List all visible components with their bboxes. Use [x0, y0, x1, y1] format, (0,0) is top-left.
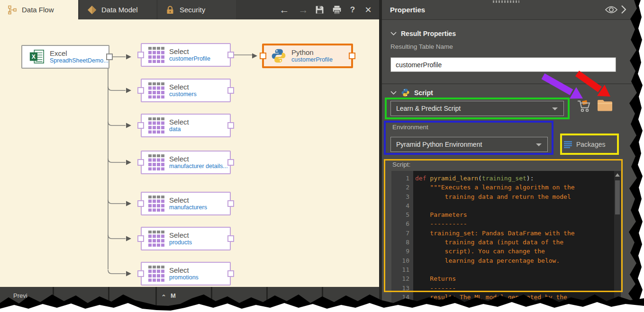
output-port[interactable]: [227, 159, 234, 166]
back-arrow-icon[interactable]: ←: [277, 0, 291, 19]
eye-icon[interactable]: [605, 5, 618, 15]
environment-dropdown[interactable]: Pyramid Python Environment: [390, 137, 548, 152]
save-icon[interactable]: [312, 0, 327, 19]
code-line: 4: [391, 201, 614, 210]
node-text: Python customerProfile: [291, 48, 333, 63]
node-subtitle: products: [169, 239, 192, 246]
packages-button[interactable]: Packages: [564, 137, 617, 152]
input-port[interactable]: [137, 52, 144, 58]
output-port[interactable]: [227, 270, 234, 277]
code-line: 9 script). You can change the: [391, 247, 614, 256]
code-line: 7 training_set: Pandas DataFrame with th…: [391, 229, 614, 238]
tab-label: Data Flow: [22, 6, 54, 14]
code-line: 12 Returns: [391, 274, 614, 283]
bottom-bar-divider: [108, 287, 109, 312]
input-port[interactable]: [260, 53, 266, 59]
scroll-up-arrow-icon[interactable]: [615, 173, 620, 177]
help-icon[interactable]: ?: [346, 0, 359, 19]
drag-handle-dots[interactable]: [493, 0, 519, 3]
data-model-icon: [87, 5, 97, 15]
chevron-down-icon: [390, 91, 397, 95]
result-properties-section-header[interactable]: Result Properties: [390, 30, 456, 37]
python-icon: [401, 88, 410, 97]
output-port[interactable]: [227, 87, 234, 94]
scrollbar-thumb[interactable]: [615, 180, 620, 214]
node-python-customerprofile[interactable]: Python customerProfile: [262, 44, 353, 68]
open-folder-icon[interactable]: [596, 97, 614, 113]
tab-label: Security: [180, 6, 205, 14]
node-text: Select data: [169, 118, 189, 133]
output-port[interactable]: [349, 53, 355, 59]
excel-icon: [29, 49, 45, 65]
chevron-right-icon[interactable]: [620, 4, 627, 15]
bottom-bar-divider: [155, 287, 157, 312]
input-port[interactable]: [137, 235, 144, 242]
output-port[interactable]: [106, 53, 113, 60]
node-text: Select products: [169, 231, 192, 246]
data-flow-canvas[interactable]: Excel SpreadhSheetDemo... Select custome…: [0, 19, 382, 287]
script-section-header[interactable]: Script: [390, 88, 433, 97]
select-grid-icon: [148, 47, 164, 63]
bottom-tab-label-fragment[interactable]: M: [171, 292, 176, 299]
node-select-customerprofile[interactable]: Select customerProfile: [141, 43, 231, 67]
panel-title: Properties: [390, 6, 425, 14]
node-select-manufacturer-details[interactable]: Select manufacturer details...: [141, 151, 231, 174]
input-port[interactable]: [137, 270, 144, 277]
resulting-table-name-label: Resulting Table Name: [390, 43, 453, 50]
bottom-bar-divider: [53, 287, 54, 312]
node-select-customers[interactable]: Select customers: [141, 79, 231, 102]
select-grid-icon: [148, 231, 164, 247]
node-subtitle: manufacturer details...: [169, 163, 228, 170]
node-subtitle: customerProfile: [169, 55, 210, 62]
select-grid-icon: [148, 82, 164, 98]
node-select-manufacturers[interactable]: Select manufacturers: [141, 192, 231, 215]
resulting-table-name-input[interactable]: [390, 57, 616, 72]
node-text: Select customers: [169, 83, 197, 98]
output-port[interactable]: [227, 122, 234, 129]
tab-label: Data Model: [101, 6, 138, 14]
tab-data-model[interactable]: Data Model: [80, 0, 156, 19]
node-text: Select promotions: [169, 266, 199, 281]
input-port[interactable]: [137, 200, 144, 207]
close-icon[interactable]: ✕: [361, 0, 375, 19]
collapse-chevron-icon[interactable]: ⌃: [161, 294, 166, 301]
node-select-data[interactable]: Select data: [141, 114, 231, 137]
script-type-dropdown[interactable]: Learn & Predict Script: [390, 101, 564, 116]
section-divider: [382, 83, 644, 84]
bottom-tab-label-fragment[interactable]: Previ: [13, 292, 27, 299]
code-line: 14 result: The ML model generated by the: [391, 293, 614, 302]
node-title: Select: [169, 196, 207, 204]
node-text: Excel SpreadhSheetDemo...: [50, 49, 109, 64]
node-title: Python: [291, 48, 333, 56]
node-text: Select manufacturers: [169, 196, 207, 211]
output-port[interactable]: [227, 235, 234, 242]
node-select-products[interactable]: Select products: [141, 227, 231, 250]
code-scrollbar[interactable]: [614, 171, 621, 312]
output-port[interactable]: [227, 200, 234, 207]
lock-icon: [165, 5, 175, 15]
dropdown-value: Learn & Predict Script: [396, 105, 461, 112]
code-line: 6 ----------: [391, 219, 614, 228]
input-port[interactable]: [137, 122, 144, 129]
tab-data-flow[interactable]: Data Flow: [0, 0, 78, 19]
script-label: Script:: [392, 161, 410, 168]
tab-security[interactable]: Security: [158, 0, 236, 19]
packages-label: Packages: [576, 141, 605, 148]
bottom-panel-bar[interactable]: [0, 287, 382, 312]
code-line: 3 training data and return the model: [391, 192, 614, 201]
node-excel-source[interactable]: Excel SpreadhSheetDemo...: [21, 45, 109, 69]
node-subtitle: data: [169, 126, 189, 133]
output-port[interactable]: [227, 52, 234, 58]
environment-label: Environment: [392, 124, 428, 131]
marketplace-cart-icon[interactable]: [576, 97, 592, 115]
input-port[interactable]: [137, 87, 144, 94]
node-select-promotions[interactable]: Select promotions: [141, 262, 231, 285]
select-grid-icon: [148, 266, 164, 282]
forward-arrow-icon[interactable]: →: [296, 0, 310, 19]
input-port[interactable]: [137, 159, 144, 166]
node-title: Select: [169, 47, 210, 55]
data-flow-icon: [8, 5, 17, 15]
print-icon[interactable]: [329, 0, 345, 19]
node-subtitle: customers: [169, 91, 197, 98]
node-text: Select manufacturer details...: [169, 155, 228, 170]
